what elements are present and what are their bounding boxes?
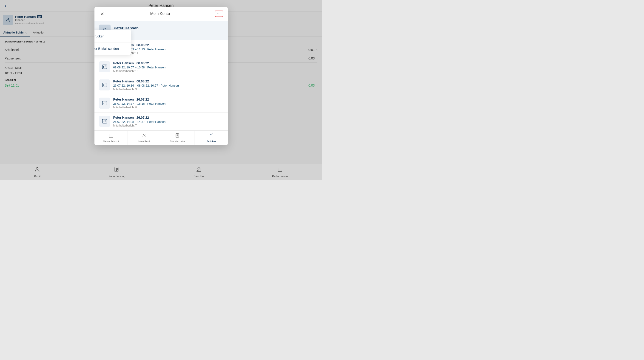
list-item-icon <box>99 79 110 90</box>
svg-point-5 <box>103 67 104 67</box>
list-item-title: Peter Hansen · 08.08.22 <box>113 61 166 65</box>
dropdown-item-label: Per E-Mail senden <box>94 47 119 50</box>
list-item[interactable]: Peter Hansen · 26.07.22 26.07.22, 14:37 … <box>94 94 228 113</box>
list-item-content: Peter Hansen · 08.08.22 08.08.22, 10:57 … <box>113 61 166 73</box>
svg-point-9 <box>103 103 104 104</box>
svg-text:17: 17 <box>110 136 112 138</box>
list-item-content: Peter Hansen · 26.07.22 26.07.22, 14:28 … <box>113 116 166 127</box>
svg-point-7 <box>103 85 104 86</box>
person-icon <box>142 133 147 139</box>
list-item[interactable]: Peter Hansen · 26.07.22 26.07.22, 14:28 … <box>94 113 228 131</box>
modal-tab-berichte[interactable]: Berichte <box>194 131 228 145</box>
list-item-icon <box>99 98 110 109</box>
tab-label: Berichte <box>206 140 216 143</box>
list-item-title: Peter Hansen · 26.07.22 <box>113 116 166 119</box>
modal-header: ✕ Mein Konto ··· <box>94 7 228 21</box>
list-item[interactable]: Peter Hansen · 08.08.22 08.08.22, 10:57 … <box>94 58 228 76</box>
list-item-desc: Mitarbeiterbericht 8 <box>113 106 166 109</box>
modal: ✕ Mein Konto ··· Peter Hansen Inhaber <box>94 7 228 145</box>
modal-tabs: 17 Meine Schicht Mein Profil <box>94 131 228 145</box>
svg-point-11 <box>103 121 104 122</box>
tab-label: Mein Profil <box>138 140 150 143</box>
svg-point-14 <box>144 134 145 136</box>
list-item-subtitle: 26.07.22, 16:16 – 08.08.22, 10:57 · Pete… <box>113 84 179 87</box>
modal-more-button[interactable]: ··· <box>215 10 223 17</box>
list-item-title: Peter Hansen · 08.08.22 <box>113 79 179 83</box>
calendar-icon: 17 <box>108 133 114 139</box>
tab-label: Meine Schicht <box>103 140 119 143</box>
list-item-desc: Mitarbeiterbericht 10 <box>113 70 166 73</box>
list-item-icon <box>99 61 110 72</box>
list-item-subtitle: 08.08.22, 10:57 – 10:58 · Peter Hansen <box>113 66 166 69</box>
list-item-subtitle: 26.07.22, 14:37 – 16:16 · Peter Hansen <box>113 102 166 105</box>
modal-tab-mein-profil[interactable]: Mein Profil <box>128 131 161 145</box>
list-item-title: Peter Hansen · 26.07.22 <box>113 98 166 101</box>
tab-label: Stundenzettel <box>170 140 185 143</box>
modal-close-button[interactable]: ✕ <box>99 11 106 16</box>
dropdown-item-drucken[interactable]: Drucken <box>94 30 131 42</box>
stundenzettel-icon <box>175 133 180 139</box>
list-item-content: Peter Hansen · 26.07.22 26.07.22, 14:37 … <box>113 98 166 109</box>
dropdown-menu: Drucken Per E-Mail senden <box>94 30 131 55</box>
modal-overlay: ✕ Mein Konto ··· Peter Hansen Inhaber <box>0 0 322 180</box>
modal-title: Mein Konto <box>150 11 170 16</box>
list-item-desc: Mitarbeiterbericht 9 <box>113 88 179 91</box>
list-item-desc: Mitarbeiterbericht 7 <box>113 124 166 127</box>
list-item-content: Peter Hansen · 08.08.22 26.07.22, 16:16 … <box>113 79 179 91</box>
list-item-subtitle: 26.07.22, 14:28 – 14:37 · Peter Hansen <box>113 120 166 124</box>
list-item[interactable]: Peter Hansen · 08.08.22 26.07.22, 16:16 … <box>94 76 228 94</box>
dropdown-item-email[interactable]: Per E-Mail senden <box>94 42 131 55</box>
list-item-icon <box>99 116 110 127</box>
modal-tab-stundenzettel[interactable]: Stundenzettel <box>161 131 194 145</box>
dropdown-item-label: Drucken <box>94 34 104 38</box>
berichte-icon <box>208 133 214 139</box>
modal-tab-meine-schicht[interactable]: 17 Meine Schicht <box>94 131 128 145</box>
